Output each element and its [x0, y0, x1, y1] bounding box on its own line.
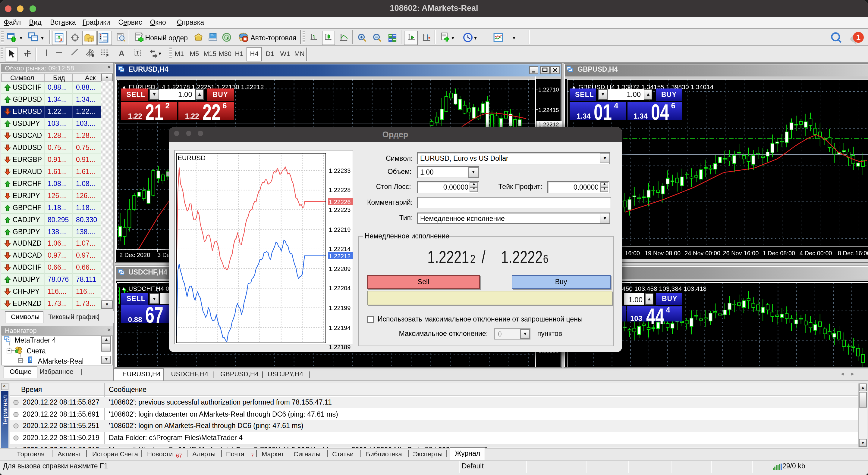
svg-text:1: 1 — [856, 33, 861, 42]
svg-text:E: E — [92, 54, 94, 58]
svg-text:F: F — [106, 54, 108, 58]
svg-text:T: T — [136, 50, 139, 56]
